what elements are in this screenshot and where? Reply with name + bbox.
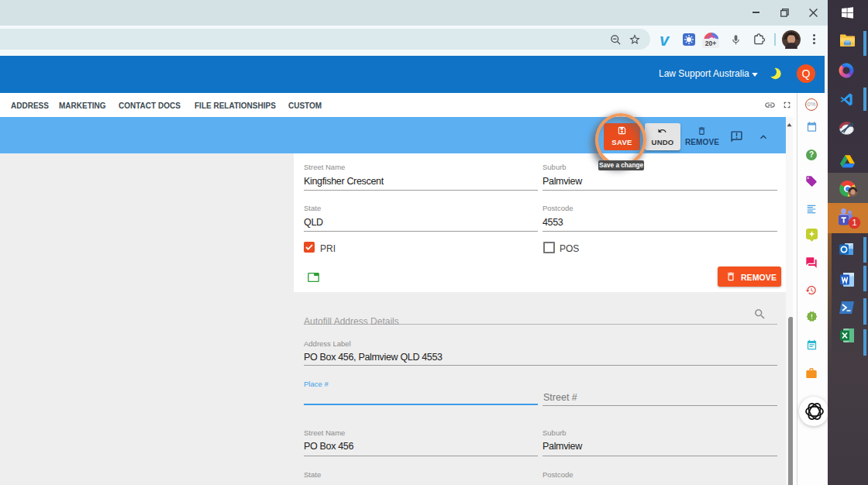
svg-text:1: 1: [852, 218, 856, 227]
